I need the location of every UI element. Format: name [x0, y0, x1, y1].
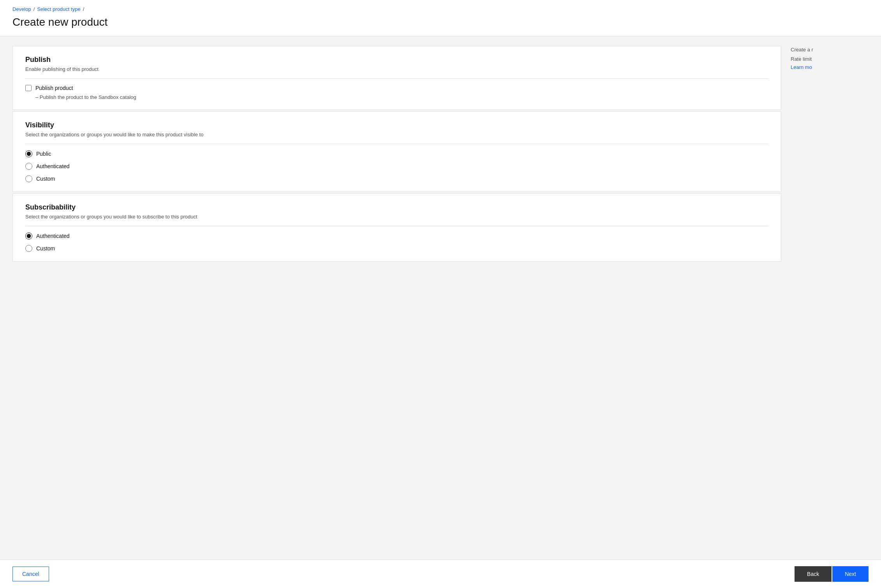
subscribability-radio-custom: Custom [25, 245, 768, 252]
publish-checkbox-label[interactable]: Publish product [35, 85, 73, 91]
back-button[interactable]: Back [795, 566, 832, 582]
subscribability-card: Subscribability Select the organizations… [12, 194, 781, 262]
right-panel-line2: Rate limit [791, 55, 869, 63]
right-panel: Create a r Rate limit Learn mo [791, 46, 869, 550]
publish-title: Publish [25, 56, 768, 64]
publish-checkbox-row: Publish product [25, 85, 768, 91]
visibility-divider [25, 144, 768, 144]
visibility-radio-custom-input[interactable] [25, 175, 32, 182]
subscribability-radio-authenticated: Authenticated [25, 232, 768, 239]
visibility-radio-public: Public [25, 150, 768, 157]
publish-card: Publish Enable publishing of this produc… [12, 46, 781, 110]
subscribability-custom-label[interactable]: Custom [36, 245, 55, 252]
next-button[interactable]: Next [832, 566, 869, 582]
visibility-radio-authenticated-input[interactable] [25, 163, 32, 170]
page-wrapper: Develop / Select product type / Create n… [0, 0, 881, 588]
learn-more-link[interactable]: Learn mo [791, 64, 812, 70]
right-panel-line1: Create a r [791, 46, 869, 54]
publish-checkbox[interactable] [25, 85, 32, 91]
breadcrumb-sep2: / [83, 6, 85, 12]
subscribability-title: Subscribability [25, 203, 768, 211]
visibility-card: Visibility Select the organizations or g… [12, 111, 781, 192]
breadcrumb: Develop / Select product type / [12, 6, 869, 12]
breadcrumb-develop[interactable]: Develop [12, 6, 31, 12]
visibility-radio-public-input[interactable] [25, 150, 32, 157]
visibility-custom-label[interactable]: Custom [36, 176, 55, 182]
left-panel: Publish Enable publishing of this produc… [12, 46, 781, 550]
subscribability-radio-group: Authenticated Custom [25, 232, 768, 252]
subscribability-subtitle: Select the organizations or groups you w… [25, 214, 768, 220]
visibility-title: Visibility [25, 121, 768, 129]
breadcrumb-sep1: / [33, 6, 35, 12]
publish-subtitle: Enable publishing of this product [25, 66, 768, 72]
breadcrumb-select-product-type[interactable]: Select product type [37, 6, 80, 12]
visibility-public-label[interactable]: Public [36, 151, 51, 157]
subscribability-authenticated-label[interactable]: Authenticated [36, 233, 70, 239]
visibility-subtitle: Select the organizations or groups you w… [25, 132, 768, 137]
publish-divider [25, 78, 768, 79]
visibility-radio-custom: Custom [25, 175, 768, 182]
visibility-radio-group: Public Authenticated Custom [25, 150, 768, 182]
subscribability-radio-custom-input[interactable] [25, 245, 32, 252]
visibility-radio-authenticated: Authenticated [25, 163, 768, 170]
subscribability-radio-authenticated-input[interactable] [25, 232, 32, 239]
page-title: Create new product [12, 16, 869, 28]
main-content: Publish Enable publishing of this produc… [0, 37, 881, 560]
visibility-authenticated-label[interactable]: Authenticated [36, 163, 70, 169]
subscribability-divider [25, 226, 768, 226]
header-section: Develop / Select product type / Create n… [0, 0, 881, 37]
right-buttons: Back Next [795, 566, 869, 582]
publish-sub-text: – Publish the product to the Sandbox cat… [35, 94, 768, 100]
footer-bar: Cancel Back Next [0, 560, 881, 588]
cancel-button[interactable]: Cancel [12, 567, 49, 581]
